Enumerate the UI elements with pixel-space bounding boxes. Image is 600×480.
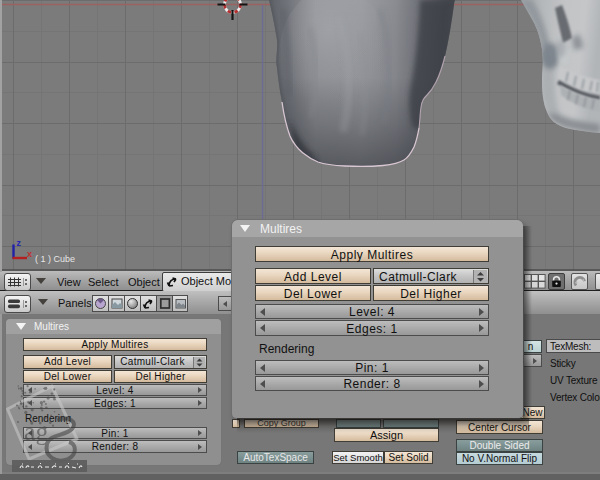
- svg-text:z: z: [17, 238, 22, 248]
- svg-text:ag: ag: [24, 417, 49, 446]
- svg-text:x: x: [27, 249, 32, 259]
